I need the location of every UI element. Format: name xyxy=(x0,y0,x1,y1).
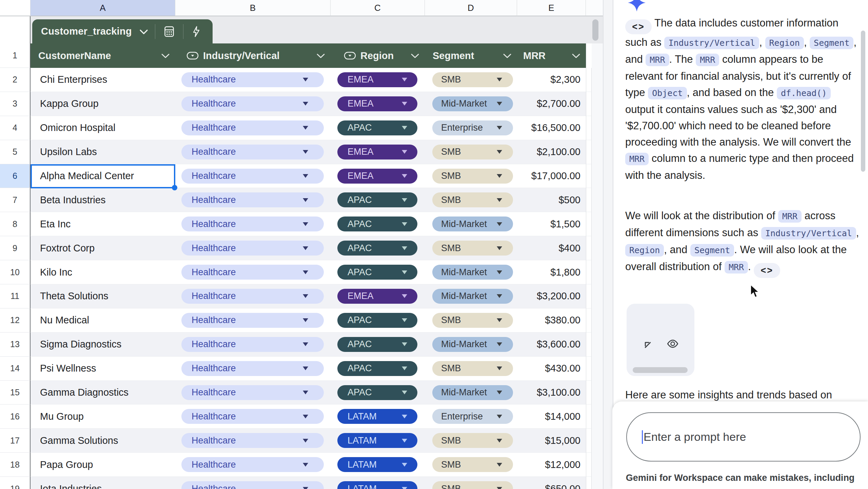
segment-chip[interactable]: SMB xyxy=(432,145,513,159)
cell-segment[interactable]: Mid-Market xyxy=(425,260,517,284)
segment-chip[interactable]: SMB xyxy=(432,361,513,376)
segment-chip[interactable]: Mid-Market xyxy=(432,385,513,400)
cell-customer-name[interactable]: Mu Group xyxy=(31,405,175,429)
code-toggle-button[interactable]: <> xyxy=(625,19,652,34)
segment-chip[interactable]: SMB xyxy=(432,241,513,256)
region-chip[interactable]: APAC xyxy=(337,313,417,328)
cell-region[interactable]: APAC xyxy=(331,381,425,405)
cell-customer-name[interactable]: Kappa Group xyxy=(31,92,175,116)
segment-chip[interactable]: SMB xyxy=(432,169,513,184)
cell-region[interactable]: APAC xyxy=(331,357,425,381)
column-letter-B[interactable]: B xyxy=(175,0,331,16)
industry-chip[interactable]: Healthcare xyxy=(181,145,324,159)
cell-region[interactable]: APAC xyxy=(331,212,425,236)
cell-customer-name[interactable]: Nu Medical xyxy=(31,308,175,333)
industry-chip[interactable]: Healthcare xyxy=(181,361,324,376)
cell-segment[interactable]: Mid-Market xyxy=(425,333,517,357)
cell-industry[interactable]: Healthcare xyxy=(175,116,331,140)
cell-industry[interactable]: Healthcare xyxy=(175,260,331,284)
industry-chip[interactable]: Healthcare xyxy=(181,457,324,472)
prompt-input[interactable]: Enter a prompt here xyxy=(626,412,861,462)
region-chip[interactable]: APAC xyxy=(337,241,417,256)
cell-mrr[interactable]: $3,100.00 xyxy=(517,381,586,405)
region-chip[interactable]: EMEA xyxy=(337,96,417,111)
cell-segment[interactable]: Enterprise xyxy=(425,405,517,429)
cell-industry[interactable]: Healthcare xyxy=(175,429,331,453)
row-number-10[interactable]: 10 xyxy=(0,260,31,284)
eye-icon[interactable] xyxy=(666,339,679,352)
cell-industry[interactable]: Healthcare xyxy=(175,284,331,308)
cell-industry[interactable]: Healthcare xyxy=(175,477,331,489)
row-number-12[interactable]: 12 xyxy=(0,308,31,333)
cell-segment[interactable]: SMB xyxy=(425,164,517,188)
cell-industry[interactable]: Healthcare xyxy=(175,381,331,405)
region-chip[interactable]: EMEA xyxy=(337,169,417,184)
cell-mrr[interactable]: $12,000 xyxy=(517,453,586,477)
table-gemini-button[interactable] xyxy=(183,26,209,37)
column-menu-chevron-icon[interactable] xyxy=(161,53,175,59)
cell-industry[interactable]: Healthcare xyxy=(175,92,331,116)
industry-chip[interactable]: Healthcare xyxy=(181,289,324,304)
row-number-11[interactable]: 11 xyxy=(0,284,31,308)
cell-segment[interactable]: Mid-Market xyxy=(425,284,517,308)
segment-chip[interactable]: Mid-Market xyxy=(432,337,513,352)
cell-region[interactable]: APAC xyxy=(331,260,425,284)
cell-segment[interactable]: SMB xyxy=(425,236,517,260)
column-menu-chevron-icon[interactable] xyxy=(572,53,586,59)
cell-segment[interactable]: Mid-Market xyxy=(425,381,517,405)
cell-mrr[interactable]: $2,300 xyxy=(517,68,586,92)
industry-chip[interactable]: Healthcare xyxy=(181,385,324,400)
panel-vertical-scrollbar[interactable] xyxy=(861,31,865,172)
row-number-4[interactable]: 4 xyxy=(0,116,31,140)
cell-segment[interactable]: SMB xyxy=(425,188,517,212)
cell-customer-name[interactable]: Foxtrot Corp xyxy=(31,236,175,260)
cell-mrr[interactable]: $16,500.00 xyxy=(517,116,586,140)
region-chip[interactable]: APAC xyxy=(337,217,417,231)
row-number-9[interactable]: 9 xyxy=(0,236,31,260)
column-letter-D[interactable]: D xyxy=(425,0,517,16)
code-toggle-button[interactable]: <> xyxy=(754,263,780,278)
cell-segment[interactable]: Mid-Market xyxy=(425,92,517,116)
cell-region[interactable]: LATAM xyxy=(331,429,425,453)
cell-customer-name[interactable]: Iota Industries xyxy=(31,477,175,489)
cell-segment[interactable]: SMB xyxy=(425,140,517,164)
cell-customer-name[interactable]: Sigma Diagnostics xyxy=(31,333,175,357)
cell-customer-name[interactable]: Omicron Hospital xyxy=(31,116,175,140)
cell-industry[interactable]: Healthcare xyxy=(175,453,331,477)
expand-arrow-icon[interactable] xyxy=(642,339,654,352)
region-chip[interactable]: APAC xyxy=(337,361,417,376)
cell-segment[interactable]: SMB xyxy=(425,308,517,333)
region-chip[interactable]: LATAM xyxy=(337,409,417,424)
segment-chip[interactable]: Enterprise xyxy=(432,409,513,424)
row-number-6[interactable]: 6 xyxy=(0,164,31,188)
cell-mrr[interactable]: $430.00 xyxy=(517,357,586,381)
row-number-15[interactable]: 15 xyxy=(0,381,31,405)
segment-chip[interactable]: SMB xyxy=(432,481,513,489)
cell-mrr[interactable]: $1,500 xyxy=(517,212,586,236)
industry-chip[interactable]: Healthcare xyxy=(181,217,324,231)
segment-chip[interactable]: SMB xyxy=(432,457,513,472)
cell-region[interactable]: EMEA xyxy=(331,68,425,92)
cell-industry[interactable]: Healthcare xyxy=(175,308,331,333)
region-chip[interactable]: APAC xyxy=(337,337,417,352)
segment-chip[interactable]: SMB xyxy=(432,313,513,328)
cell-mrr[interactable]: $400 xyxy=(517,236,586,260)
cell-industry[interactable]: Healthcare xyxy=(175,236,331,260)
industry-chip[interactable]: Healthcare xyxy=(181,72,324,87)
segment-chip[interactable]: SMB xyxy=(432,192,513,207)
row-number-8[interactable]: 8 xyxy=(0,212,31,236)
cell-region[interactable]: APAC xyxy=(331,333,425,357)
region-chip[interactable]: EMEA xyxy=(337,145,417,159)
region-chip[interactable]: LATAM xyxy=(337,433,417,448)
region-chip[interactable]: EMEA xyxy=(337,289,417,304)
cell-customer-name[interactable]: Alpha Medical Center xyxy=(31,164,175,188)
row-number-13[interactable]: 13 xyxy=(0,333,31,357)
region-chip[interactable]: APAC xyxy=(337,120,417,135)
cell-mrr[interactable]: $15,000 xyxy=(517,429,586,453)
row-number-2[interactable]: 2 xyxy=(0,68,31,92)
cell-region[interactable]: APAC xyxy=(331,236,425,260)
cell-segment[interactable]: Enterprise xyxy=(425,116,517,140)
industry-chip[interactable]: Healthcare xyxy=(181,120,324,135)
cell-industry[interactable]: Healthcare xyxy=(175,333,331,357)
preview-scrub-bar[interactable] xyxy=(633,367,688,373)
